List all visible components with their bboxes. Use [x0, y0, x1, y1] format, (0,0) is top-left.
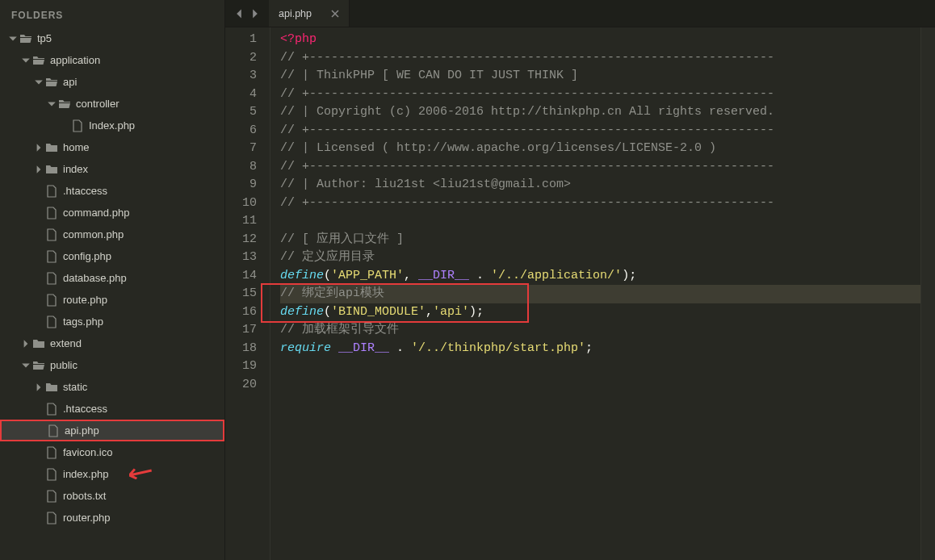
tree-item-label: controller: [76, 98, 119, 110]
code-line[interactable]: // | Author: liu21st <liu21st@gmail.com>: [280, 176, 920, 194]
code-content[interactable]: <?php// +-------------------------------…: [270, 27, 920, 560]
folder-item[interactable]: index: [0, 158, 224, 180]
file-item[interactable]: common.php: [0, 224, 224, 245]
folder-item[interactable]: tp5: [0, 27, 224, 49]
tree-item-label: application: [50, 54, 100, 66]
file-item[interactable]: route.php: [0, 289, 224, 311]
tree-item-label: public: [50, 359, 78, 371]
tab-bar: api.php: [225, 0, 935, 27]
code-line[interactable]: // 绑定到api模块: [280, 285, 920, 303]
nav-buttons: [225, 0, 269, 27]
folder-tree: tp5applicationapicontrollerIndex.phphome…: [0, 27, 224, 560]
file-item[interactable]: .htaccess: [0, 398, 224, 420]
code-line[interactable]: define('BIND_MODULE','api');: [280, 303, 920, 322]
code-line[interactable]: [280, 212, 920, 231]
tree-item-label: router.php: [63, 512, 111, 524]
code-line[interactable]: // +------------------------------------…: [280, 122, 920, 140]
code-line[interactable]: // 定义应用目录: [280, 249, 920, 267]
tree-item-label: index.php: [63, 468, 108, 480]
tree-item-label: command.php: [63, 207, 129, 219]
annotation-arrow-icon: [129, 463, 152, 484]
tab-title: api.php: [279, 8, 312, 19]
code-line[interactable]: // +------------------------------------…: [280, 86, 920, 104]
code-line[interactable]: require __DIR__ . '/../thinkphp/start.ph…: [280, 340, 920, 358]
code-line[interactable]: [280, 357, 920, 376]
file-item[interactable]: tags.php: [0, 311, 224, 332]
code-line[interactable]: // | Copyright (c) 2006-2016 http://thin…: [280, 103, 920, 122]
file-item[interactable]: database.php: [0, 267, 224, 289]
file-item[interactable]: router.php: [0, 507, 224, 529]
tree-item-label: api: [63, 76, 77, 88]
tree-item-label: index: [63, 163, 88, 175]
code-line[interactable]: [280, 376, 920, 395]
code-line[interactable]: // [ 应用入口文件 ]: [280, 231, 920, 249]
tree-item-label: extend: [50, 337, 82, 349]
tree-item-label: home: [63, 141, 90, 153]
code-line[interactable]: // 加载框架引导文件: [280, 321, 920, 340]
tree-item-label: static: [63, 381, 87, 393]
code-line[interactable]: <?php: [280, 31, 920, 49]
file-item[interactable]: index.php: [0, 463, 224, 485]
editor-pane: api.php 1234567891011121314151617181920 …: [225, 0, 935, 560]
tree-item-label: database.php: [63, 272, 127, 284]
file-item[interactable]: .htaccess: [0, 180, 224, 202]
tree-item-label: tp5: [37, 32, 52, 44]
folder-item[interactable]: extend: [0, 332, 224, 354]
code-line[interactable]: // | ThinkPHP [ WE CAN DO IT JUST THINK …: [280, 67, 920, 86]
tree-item-label: robots.txt: [63, 490, 106, 502]
sidebar: FOLDERS tp5applicationapicontrollerIndex…: [0, 0, 225, 560]
minimap[interactable]: [920, 27, 935, 560]
sidebar-header: FOLDERS: [0, 0, 224, 27]
code-area[interactable]: 1234567891011121314151617181920 <?php// …: [225, 27, 935, 560]
folder-item[interactable]: static: [0, 376, 224, 398]
tree-item-label: Index.php: [89, 119, 135, 132]
nav-back-icon[interactable]: [233, 8, 245, 19]
code-line[interactable]: // | Licensed ( http://www.apache.org/li…: [280, 140, 920, 158]
tree-item-label: api.php: [65, 424, 99, 437]
folder-item[interactable]: home: [0, 136, 224, 158]
tree-item-label: favicon.ico: [63, 446, 112, 458]
nav-forward-icon[interactable]: [249, 8, 261, 19]
folder-item[interactable]: application: [0, 49, 224, 71]
code-line[interactable]: // +------------------------------------…: [280, 49, 920, 68]
tree-item-label: .htaccess: [63, 403, 107, 415]
code-line[interactable]: define('APP_PATH', __DIR__ . '/../applic…: [280, 267, 920, 286]
tree-item-label: route.php: [63, 294, 107, 306]
file-item[interactable]: favicon.ico: [0, 441, 224, 463]
code-line[interactable]: // +------------------------------------…: [280, 158, 920, 177]
tab-api-php[interactable]: api.php: [269, 0, 350, 27]
folder-item[interactable]: api: [0, 71, 224, 93]
line-number-gutter: 1234567891011121314151617181920: [225, 27, 270, 560]
tree-item-label: .htaccess: [63, 185, 107, 197]
code-line[interactable]: // +------------------------------------…: [280, 194, 920, 213]
file-item[interactable]: robots.txt: [0, 485, 224, 507]
folder-item[interactable]: controller: [0, 93, 224, 115]
file-item[interactable]: config.php: [0, 245, 224, 267]
tree-item-label: config.php: [63, 250, 111, 262]
close-icon[interactable]: [331, 10, 339, 18]
file-item[interactable]: command.php: [0, 202, 224, 224]
file-item[interactable]: Index.php: [0, 115, 224, 136]
tree-item-label: common.php: [63, 228, 124, 240]
folder-item[interactable]: public: [0, 354, 224, 376]
tree-item-label: tags.php: [63, 316, 103, 328]
file-item[interactable]: api.php: [0, 420, 224, 441]
